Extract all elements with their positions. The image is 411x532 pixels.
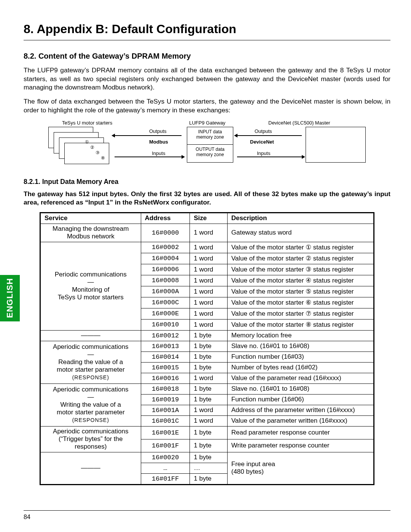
cell-service: Periodic communications — Monitoring of … [40, 242, 141, 330]
cell-desc: Number of bytes read (16#02) [227, 362, 374, 373]
cell-size: 1 byte [190, 383, 227, 394]
cell-size: 1 byte [190, 394, 227, 405]
cell-address: 16#01FF [141, 473, 190, 484]
master-box [306, 127, 366, 163]
cell-size: 1 byte [190, 439, 227, 452]
bus-label: Modbus [149, 139, 168, 145]
cell-size: 1 word [190, 275, 227, 286]
memory-zone-label: INPUT data memory zone [191, 129, 229, 140]
cell-service: Aperiodic communications (“Trigger bytes… [40, 426, 141, 452]
cell-service: Aperiodic communications — Reading the v… [40, 341, 141, 383]
cell-address: 16#0019 [141, 394, 190, 405]
paragraph: The gateway has 512 input bytes. Only th… [24, 190, 390, 207]
table-header-row: Service Address Size Description [40, 212, 374, 224]
cell-desc: Value of the parameter written (16#xxxx) [227, 415, 374, 426]
cell-desc: Read parameter response counter [227, 426, 374, 439]
cell-desc: Value of the parameter read (16#xxxx) [227, 373, 374, 383]
cell-service: Managing the downstream Modbus network [40, 224, 141, 242]
cell-size: 1 byte [190, 341, 227, 351]
table-row: Aperiodic communications (“Trigger bytes… [40, 426, 374, 439]
cell-address: 16#0002 [141, 242, 190, 253]
col-description: Description [227, 212, 374, 224]
cell-size: 1 word [190, 308, 227, 319]
cell-size: 1 word [190, 405, 227, 415]
table-row: ——— 16#0020 1 byte Free input area (480 … [40, 452, 374, 463]
bus-label: DeviceNet [250, 139, 274, 145]
cell-address: 16#0020 [141, 452, 190, 463]
cell-size: 1 byte [190, 330, 227, 341]
cell-desc: Gateway status word [227, 224, 374, 242]
cell-desc: Value of the motor starter ⑤ status regi… [227, 286, 374, 297]
input-memory-table: Service Address Size Description Managin… [40, 212, 374, 485]
cell-size: 1 word [190, 253, 227, 264]
cell-address: 16#0016 [141, 373, 190, 383]
table-row: Periodic communications — Monitoring of … [40, 242, 374, 253]
diagram-label: DeviceNet (SLC500) Master [268, 120, 330, 126]
col-address: Address [141, 212, 190, 224]
cell-address: 16#000A [141, 286, 190, 297]
page-content: 8. Appendix B: Default Configuration 8.2… [24, 22, 390, 485]
diagram-label: TeSys U motor starters [62, 120, 112, 126]
cell-address: 16#000E [141, 308, 190, 319]
cell-size: 1 byte [190, 452, 227, 463]
cell-size: … [190, 463, 227, 473]
arrow-label: Outputs [149, 128, 167, 134]
cell-address: 16#0006 [141, 264, 190, 275]
cell-size: 1 word [190, 224, 227, 242]
arrow-label: Inputs [152, 150, 165, 156]
paragraph: The flow of data exchanged between the T… [24, 97, 390, 114]
cell-desc: Value of the motor starter ② status regi… [227, 253, 374, 264]
arrow-label: Outputs [255, 128, 272, 134]
cell-size: 1 word [190, 264, 227, 275]
cell-desc: Value of the motor starter ⑦ status regi… [227, 308, 374, 319]
cell-address: 16#001C [141, 415, 190, 426]
memory-zone-label: OUTPUT data memory zone [191, 147, 229, 157]
page: ENGLISH 8. Appendix B: Default Configura… [0, 0, 411, 532]
cell-address: 16#0018 [141, 383, 190, 394]
cell-desc: Slave no. (16#01 to 16#08) [227, 383, 374, 394]
circled-number-icon: ① [85, 140, 89, 144]
dpram-flow-diagram: TeSys U motor starters LUFP9 Gateway Dev… [41, 120, 373, 166]
cell-size: 1 word [190, 242, 227, 253]
cell-desc: Value of the motor starter ⑧ status regi… [227, 319, 374, 330]
page-number: 84 [24, 514, 30, 521]
cell-service: Aperiodic communications — Writing the v… [40, 383, 141, 426]
cell-desc: Value of the motor starter ① status regi… [227, 242, 374, 253]
cell-desc: Function number (16#03) [227, 351, 374, 362]
cell-service: ——— [40, 452, 141, 484]
paragraph: The LUFP9 gateway’s DPRAM memory contain… [24, 66, 390, 92]
section-heading: 8.2. Content of the Gateway’s DPRAM Memo… [24, 52, 390, 61]
cell-desc: Memory location free [227, 330, 374, 341]
cell-size: 1 byte [190, 351, 227, 362]
circled-number-icon: ③ [96, 150, 100, 155]
circled-number-icon: ② [90, 145, 94, 150]
cell-desc: Value of the motor starter ④ status regi… [227, 275, 374, 286]
table-row: Aperiodic communications — Reading the v… [40, 341, 374, 351]
cell-size: 1 byte [190, 362, 227, 373]
cell-address: 16#0000 [141, 224, 190, 242]
cell-desc: Write parameter response counter [227, 439, 374, 452]
cell-address: 16#001F [141, 439, 190, 452]
cell-desc: Value of the motor starter ③ status regi… [227, 264, 374, 275]
arrow-label: Inputs [257, 150, 270, 156]
table-row: Aperiodic communications — Writing the v… [40, 383, 374, 394]
cell-desc: Slave no. (16#01 to 16#08) [227, 341, 374, 351]
cell-service: ——— [40, 330, 141, 341]
cell-address: 16#001A [141, 405, 190, 415]
cell-address: 16#0004 [141, 253, 190, 264]
subsection-heading: 8.2.1. Input Data Memory Area [24, 178, 390, 186]
cell-size: 1 word [190, 373, 227, 383]
cell-size: 1 byte [190, 473, 227, 484]
cell-address: 16#0013 [141, 341, 190, 351]
cell-address: 16#0010 [141, 319, 190, 330]
cell-address: … [141, 463, 190, 473]
language-tab: ENGLISH [0, 275, 20, 321]
cell-address: 16#001E [141, 426, 190, 439]
cell-address: 16#0012 [141, 330, 190, 341]
col-service: Service [40, 212, 141, 224]
cell-size: 1 byte [190, 426, 227, 439]
cell-desc: Value of the motor starter ⑥ status regi… [227, 297, 374, 308]
cell-size: 1 word [190, 415, 227, 426]
cell-address: 16#000C [141, 297, 190, 308]
cell-size: 1 word [190, 319, 227, 330]
